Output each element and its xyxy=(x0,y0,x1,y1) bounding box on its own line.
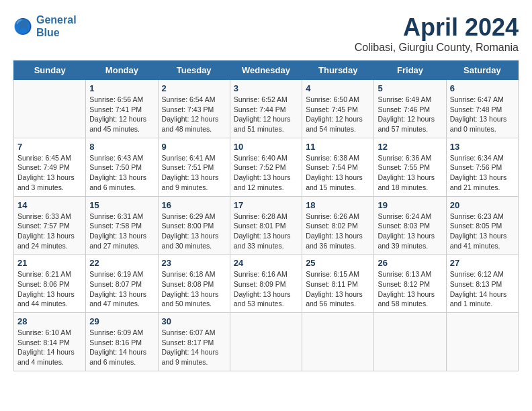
day-number: 19 xyxy=(378,200,442,210)
day-info: Sunrise: 6:10 AM Sunset: 8:14 PM Dayligh… xyxy=(17,328,82,367)
header-cell-saturday: Saturday xyxy=(446,61,518,80)
day-number: 7 xyxy=(17,142,82,152)
page-subtitle: Colibasi, Giurgiu County, Romania xyxy=(355,42,519,54)
calendar-body: 1Sunrise: 6:56 AM Sunset: 7:41 PM Daylig… xyxy=(14,80,519,371)
day-info: Sunrise: 6:13 AM Sunset: 8:12 PM Dayligh… xyxy=(378,269,442,309)
day-number: 25 xyxy=(306,258,370,268)
day-number: 21 xyxy=(17,258,82,268)
calendar-cell xyxy=(446,313,518,371)
day-info: Sunrise: 6:16 AM Sunset: 8:09 PM Dayligh… xyxy=(234,269,298,309)
header-cell-tuesday: Tuesday xyxy=(158,61,230,80)
day-number: 29 xyxy=(89,316,154,326)
calendar-week-4: 21Sunrise: 6:21 AM Sunset: 8:06 PM Dayli… xyxy=(14,255,519,313)
calendar-cell: 6Sunrise: 6:47 AM Sunset: 7:48 PM Daylig… xyxy=(446,80,518,138)
header-cell-sunday: Sunday xyxy=(14,61,86,80)
calendar-cell: 17Sunrise: 6:28 AM Sunset: 8:01 PM Dayli… xyxy=(230,196,302,255)
calendar-cell xyxy=(14,80,86,138)
calendar-cell: 14Sunrise: 6:33 AM Sunset: 7:57 PM Dayli… xyxy=(14,196,86,255)
day-number: 22 xyxy=(89,258,154,268)
day-number: 9 xyxy=(162,142,226,152)
day-info: Sunrise: 6:52 AM Sunset: 7:44 PM Dayligh… xyxy=(234,95,298,134)
calendar-cell: 19Sunrise: 6:24 AM Sunset: 8:03 PM Dayli… xyxy=(374,196,446,255)
page-header: 🔵 General Blue April 2024 Colibasi, Giur… xyxy=(13,13,519,54)
calendar-week-2: 7Sunrise: 6:45 AM Sunset: 7:49 PM Daylig… xyxy=(14,138,519,196)
day-info: Sunrise: 6:26 AM Sunset: 8:02 PM Dayligh… xyxy=(306,212,370,251)
day-info: Sunrise: 6:07 AM Sunset: 8:17 PM Dayligh… xyxy=(162,328,226,367)
logo-icon: 🔵 xyxy=(13,16,34,36)
day-number: 17 xyxy=(234,200,298,210)
day-info: Sunrise: 6:23 AM Sunset: 8:05 PM Dayligh… xyxy=(450,212,515,251)
day-number: 3 xyxy=(234,83,298,93)
day-info: Sunrise: 6:19 AM Sunset: 8:07 PM Dayligh… xyxy=(89,269,154,309)
day-info: Sunrise: 6:09 AM Sunset: 8:16 PM Dayligh… xyxy=(89,328,154,367)
calendar-cell: 9Sunrise: 6:41 AM Sunset: 7:51 PM Daylig… xyxy=(158,138,230,196)
header-row: SundayMondayTuesdayWednesdayThursdayFrid… xyxy=(14,61,519,80)
calendar-cell: 25Sunrise: 6:15 AM Sunset: 8:11 PM Dayli… xyxy=(302,255,374,313)
day-info: Sunrise: 6:34 AM Sunset: 7:56 PM Dayligh… xyxy=(450,153,515,193)
day-info: Sunrise: 6:45 AM Sunset: 7:49 PM Dayligh… xyxy=(17,153,82,193)
day-info: Sunrise: 6:24 AM Sunset: 8:03 PM Dayligh… xyxy=(378,212,442,251)
day-info: Sunrise: 6:54 AM Sunset: 7:43 PM Dayligh… xyxy=(162,95,226,134)
day-number: 10 xyxy=(234,142,298,152)
day-number: 11 xyxy=(306,142,370,152)
day-number: 2 xyxy=(162,83,226,93)
day-number: 8 xyxy=(89,142,154,152)
calendar-cell: 1Sunrise: 6:56 AM Sunset: 7:41 PM Daylig… xyxy=(86,80,158,138)
day-info: Sunrise: 6:15 AM Sunset: 8:11 PM Dayligh… xyxy=(306,269,370,309)
calendar-cell: 3Sunrise: 6:52 AM Sunset: 7:44 PM Daylig… xyxy=(230,80,302,138)
day-number: 18 xyxy=(306,200,370,210)
day-number: 27 xyxy=(450,258,515,268)
calendar-cell: 26Sunrise: 6:13 AM Sunset: 8:12 PM Dayli… xyxy=(374,255,446,313)
calendar-cell: 30Sunrise: 6:07 AM Sunset: 8:17 PM Dayli… xyxy=(158,313,230,371)
title-area: April 2024 Colibasi, Giurgiu County, Rom… xyxy=(355,13,519,54)
day-info: Sunrise: 6:56 AM Sunset: 7:41 PM Dayligh… xyxy=(89,95,154,134)
day-info: Sunrise: 6:28 AM Sunset: 8:01 PM Dayligh… xyxy=(234,212,298,251)
calendar-cell: 16Sunrise: 6:29 AM Sunset: 8:00 PM Dayli… xyxy=(158,196,230,255)
logo-general: General xyxy=(36,14,77,26)
day-number: 28 xyxy=(17,316,82,326)
calendar-week-3: 14Sunrise: 6:33 AM Sunset: 7:57 PM Dayli… xyxy=(14,196,519,255)
calendar-week-1: 1Sunrise: 6:56 AM Sunset: 7:41 PM Daylig… xyxy=(14,80,519,138)
day-number: 12 xyxy=(378,142,442,152)
day-info: Sunrise: 6:12 AM Sunset: 8:13 PM Dayligh… xyxy=(450,269,515,309)
day-info: Sunrise: 6:31 AM Sunset: 7:58 PM Dayligh… xyxy=(89,212,154,251)
header-cell-friday: Friday xyxy=(374,61,446,80)
day-number: 24 xyxy=(234,258,298,268)
calendar-cell: 22Sunrise: 6:19 AM Sunset: 8:07 PM Dayli… xyxy=(86,255,158,313)
day-info: Sunrise: 6:38 AM Sunset: 7:54 PM Dayligh… xyxy=(306,153,370,193)
calendar-cell: 10Sunrise: 6:40 AM Sunset: 7:52 PM Dayli… xyxy=(230,138,302,196)
calendar-cell: 20Sunrise: 6:23 AM Sunset: 8:05 PM Dayli… xyxy=(446,196,518,255)
calendar-cell: 11Sunrise: 6:38 AM Sunset: 7:54 PM Dayli… xyxy=(302,138,374,196)
calendar-cell: 27Sunrise: 6:12 AM Sunset: 8:13 PM Dayli… xyxy=(446,255,518,313)
calendar-cell: 4Sunrise: 6:50 AM Sunset: 7:45 PM Daylig… xyxy=(302,80,374,138)
calendar-cell: 18Sunrise: 6:26 AM Sunset: 8:02 PM Dayli… xyxy=(302,196,374,255)
day-number: 15 xyxy=(89,200,154,210)
day-info: Sunrise: 6:21 AM Sunset: 8:06 PM Dayligh… xyxy=(17,269,82,309)
calendar-cell: 24Sunrise: 6:16 AM Sunset: 8:09 PM Dayli… xyxy=(230,255,302,313)
day-number: 30 xyxy=(162,316,226,326)
calendar-cell: 12Sunrise: 6:36 AM Sunset: 7:55 PM Dayli… xyxy=(374,138,446,196)
calendar-cell: 13Sunrise: 6:34 AM Sunset: 7:56 PM Dayli… xyxy=(446,138,518,196)
calendar-cell: 7Sunrise: 6:45 AM Sunset: 7:49 PM Daylig… xyxy=(14,138,86,196)
day-info: Sunrise: 6:41 AM Sunset: 7:51 PM Dayligh… xyxy=(162,153,226,193)
header-cell-monday: Monday xyxy=(86,61,158,80)
day-number: 6 xyxy=(450,83,515,93)
calendar-cell xyxy=(230,313,302,371)
calendar-cell: 5Sunrise: 6:49 AM Sunset: 7:46 PM Daylig… xyxy=(374,80,446,138)
day-number: 26 xyxy=(378,258,442,268)
calendar-week-5: 28Sunrise: 6:10 AM Sunset: 8:14 PM Dayli… xyxy=(14,313,519,371)
calendar-cell: 2Sunrise: 6:54 AM Sunset: 7:43 PM Daylig… xyxy=(158,80,230,138)
day-info: Sunrise: 6:40 AM Sunset: 7:52 PM Dayligh… xyxy=(234,153,298,193)
calendar-cell: 29Sunrise: 6:09 AM Sunset: 8:16 PM Dayli… xyxy=(86,313,158,371)
day-number: 23 xyxy=(162,258,226,268)
day-info: Sunrise: 6:18 AM Sunset: 8:08 PM Dayligh… xyxy=(162,269,226,309)
day-number: 14 xyxy=(17,200,82,210)
logo-blue: Blue xyxy=(36,27,60,38)
calendar-cell: 28Sunrise: 6:10 AM Sunset: 8:14 PM Dayli… xyxy=(14,313,86,371)
logo: 🔵 General Blue xyxy=(13,13,77,39)
calendar-cell: 8Sunrise: 6:43 AM Sunset: 7:50 PM Daylig… xyxy=(86,138,158,196)
day-info: Sunrise: 6:43 AM Sunset: 7:50 PM Dayligh… xyxy=(89,153,154,193)
calendar-cell: 15Sunrise: 6:31 AM Sunset: 7:58 PM Dayli… xyxy=(86,196,158,255)
page-title: April 2024 xyxy=(355,13,519,42)
day-info: Sunrise: 6:47 AM Sunset: 7:48 PM Dayligh… xyxy=(450,95,515,134)
